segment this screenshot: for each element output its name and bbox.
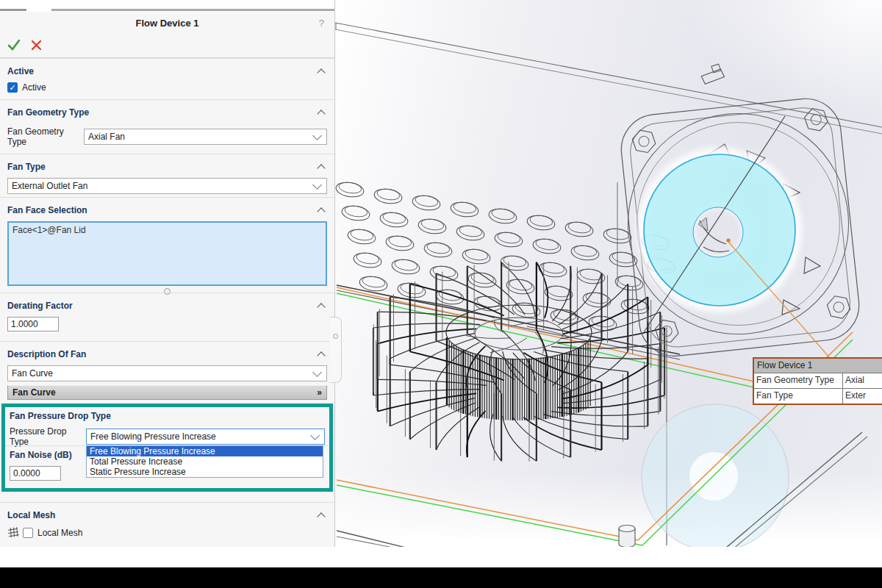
collapse-chevron-icon[interactable] [317,512,325,520]
section-fan-type: Fan Type External Outlet Fan [0,154,334,197]
pressure-drop-type-dropdown-list: Free Blowing Pressure Increase Total Pre… [86,445,323,478]
section-active: Active ✓ Active [0,58,334,99]
collapse-chevron-icon[interactable] [317,110,325,118]
section-title-derating: Derating Factor [7,301,318,311]
tab-edge-right [51,9,334,11]
check-icon [6,37,22,53]
fan-geometry-type-label: Fan Geometry Type [7,126,84,147]
selected-face-item[interactable]: Face<1>@Fan Lid [12,225,86,235]
local-mesh-checkbox[interactable] [23,528,33,538]
solidworks-flow-simulation-window: Flow Device 1 ? Active ✓ Ac [0,0,882,588]
fan-description-value: Fan Curve [8,368,314,379]
collapse-chevron-icon[interactable] [317,164,325,172]
section-local-mesh: Local Mesh Local Mesh [0,502,334,548]
pressure-drop-type-value: Free Blowing Pressure Increase [87,431,312,442]
chevron-down-icon [312,368,322,377]
highlight-box: Fan Pressure Drop Type Pressure Drop Typ… [1,404,333,492]
propertymanager-tab-strip[interactable] [0,0,334,12]
derating-factor-input[interactable]: 1.0000 [7,317,59,331]
collapse-chevron-icon[interactable] [317,351,325,359]
chevron-down-icon [312,180,322,190]
fan-geometry-type-select[interactable]: Axial Fan [84,129,327,145]
callout-value: Axial [843,373,882,388]
callout-label: Fan Geometry Type [754,373,843,388]
fan-curve-button[interactable]: Fan Curve » [7,385,327,400]
cancel-button[interactable] [28,37,44,53]
graphics-viewport[interactable]: Flow Device 1 Fan Geometry Type Axial Fa… [335,0,882,548]
callout-label: Fan Type [754,389,843,404]
collapse-chevron-icon[interactable] [317,68,325,76]
fan-type-select[interactable]: External Outlet Fan [7,178,327,194]
fan-type-value: External Outlet Fan [8,181,314,191]
dropdown-option-free-blowing[interactable]: Free Blowing Pressure Increase [87,446,323,456]
fan-face-selection-list[interactable]: Face<1>@Fan Lid [7,221,327,286]
chevron-down-icon [312,131,322,140]
tab-edge-left [0,9,26,11]
bottom-black-bar [0,567,882,588]
section-fan-geometry-type: Fan Geometry Type Fan Geometry Type Axia… [0,99,334,154]
flow-device-callout[interactable]: Flow Device 1 Fan Geometry Type Axial Fa… [753,357,882,405]
panel-splitter-handle[interactable] [330,317,342,383]
cad-scene [335,0,882,548]
active-checkbox[interactable]: ✓ [7,82,18,93]
chevron-down-icon [310,431,320,440]
callout-row: Fan Geometry Type Axial [754,373,882,389]
close-icon [28,37,44,53]
section-title-fan-type: Fan Type [7,162,318,172]
callout-title: Flow Device 1 [754,359,882,373]
dropdown-option-static[interactable]: Static Pressure Increase [87,467,323,477]
splitter-dot-icon [333,334,338,339]
section-fan-face-selection: Fan Face Selection Face<1>@Fan Lid [0,197,334,293]
page-title: Flow Device 1 [0,18,334,29]
pressure-drop-type-select[interactable]: Free Blowing Pressure Increase Free Blow… [86,429,325,445]
fan-noise-input[interactable]: 0.0000 [10,466,61,481]
fan-curve-button-label: Fan Curve [12,387,56,398]
section-fan-pressure-drop-type: Fan Pressure Drop Type Pressure Drop Typ… [5,407,329,445]
section-title-local-mesh: Local Mesh [7,510,318,520]
section-title-pressure-drop: Fan Pressure Drop Type [10,411,325,421]
section-title-fan-face: Fan Face Selection [7,205,318,215]
dropdown-option-total[interactable]: Total Pressure Increase [87,456,323,467]
bottom-white-strip [0,547,882,567]
pressure-drop-type-label: Pressure Drop Type [10,426,86,447]
section-title-description: Description Of Fan [7,349,318,359]
flow-device-property-panel: Flow Device 1 ? Active ✓ Ac [0,0,335,547]
collapse-chevron-icon[interactable] [317,303,325,311]
active-checkbox-label: Active [22,82,46,93]
section-description-of-fan: Description Of Fan Fan Curve Fan Curve » [0,341,334,404]
section-title-active: Active [7,66,318,76]
help-icon[interactable]: ? [319,18,324,29]
fan-geometry-type-value: Axial Fan [85,132,314,142]
section-title-fan-geometry: Fan Geometry Type [7,107,318,118]
fan-description-select[interactable]: Fan Curve [7,365,327,381]
chevron-right-double-icon: » [317,387,322,398]
collapse-chevron-icon[interactable] [317,207,325,215]
ok-button[interactable] [6,37,22,53]
local-mesh-checkbox-label: Local Mesh [37,528,82,538]
mesh-icon [7,526,20,539]
section-derating-factor: Derating Factor 1.0000 [0,293,334,341]
callout-value: Exter [843,389,882,404]
callout-row: Fan Type Exter [754,389,882,404]
